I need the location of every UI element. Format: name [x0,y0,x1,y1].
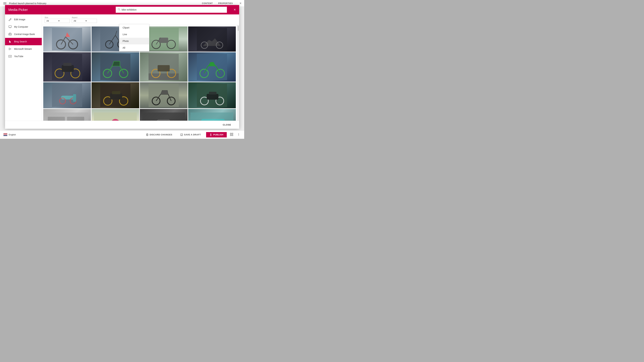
scrollbar[interactable] [237,25,239,121]
monitor-icon [8,25,12,28]
image-tile[interactable] [140,109,188,121]
more-icon [237,133,240,136]
sidebar-item-central-image-bank[interactable]: Central Image Bank [5,30,42,38]
svg-rect-73 [232,135,233,136]
hamburger-menu[interactable] [3,2,7,5]
search-input[interactable] [122,8,225,11]
svg-rect-5 [9,33,12,35]
svg-rect-26 [62,65,74,72]
media-picker-modal: Media Picker × [5,5,239,129]
image-tile[interactable] [188,109,236,121]
sidebar-item-label: My Computer [14,25,28,28]
svg-point-76 [238,135,239,136]
dropdown-item-photo[interactable]: Photo [119,38,149,44]
bottom-actions: DISCARD CHANGES SAVE A DRAFT PUBLISH [143,132,241,137]
publish-button[interactable]: PUBLISH [206,132,227,137]
size-filter-label: Size [44,16,70,18]
svg-marker-7 [9,48,11,50]
discard-label: DISCARD CHANGES [150,133,172,136]
publish-label: PUBLISH [213,133,224,136]
sidebar-item-label: Bing Search [14,40,27,43]
image-tile[interactable] [92,82,139,108]
svg-rect-71 [232,133,233,134]
image-tile[interactable] [140,82,188,108]
svg-rect-48 [112,91,120,94]
svg-point-0 [118,8,120,10]
tab-properties[interactable]: PROPERTIES [218,2,233,4]
stream-icon [8,47,12,51]
grid-view-button[interactable] [230,132,234,137]
bing-icon [8,40,12,43]
tab-content[interactable]: CONTENT [202,2,213,4]
image-tile[interactable] [92,109,139,121]
save-draft-button[interactable]: SAVE A DRAFT [178,132,204,137]
image-tile[interactable] [43,52,91,82]
filters-bar: Size All ▼ Aspect All ▼ [42,14,239,25]
size-chevron-icon: ▼ [58,19,68,22]
aspect-filter-value: All [74,19,84,22]
language-section: English [3,133,16,136]
sidebar-item-youtube[interactable]: YouTube [5,53,42,60]
draft-icon [180,133,183,136]
sidebar-item-label: YouTube [14,55,23,58]
aspect-chevron-icon: ▼ [85,19,95,22]
modal-inner: Edit Image My Computer [5,14,239,129]
search-icon [118,8,120,11]
svg-rect-2 [9,26,12,27]
svg-rect-43 [73,94,76,102]
discard-icon [146,133,148,136]
search-bar-wrapper [116,7,227,13]
image-tile[interactable] [188,52,236,82]
svg-rect-39 [52,84,82,107]
sidebar-item-label: Microsoft Stream [14,48,32,50]
modal-header: Media Picker × [5,5,239,14]
modal-footer: CLOSE [5,121,239,129]
dropdown-item-line[interactable]: Line [119,31,149,38]
page-title: Product launch planned to February [9,2,202,5]
image-tile[interactable] [43,26,91,52]
sidebar-item-my-computer[interactable]: My Computer [5,23,42,30]
discard-changes-button[interactable]: DISCARD CHANGES [143,132,175,137]
youtube-icon [8,55,12,58]
sidebar-item-edit-image[interactable]: Edit Image [5,16,42,23]
content-area: Edit Image My Computer [5,14,239,121]
main-content: Size All ▼ Aspect All ▼ [42,14,239,121]
svg-rect-47 [110,93,122,99]
aspect-filter-label: Aspect [72,16,97,18]
dropdown-item-clipart[interactable]: Clipart [119,24,149,31]
size-filter-value: All [46,19,56,22]
image-tile[interactable] [188,82,236,108]
sidebar-item-microsoft-stream[interactable]: Microsoft Stream [5,45,42,53]
more-options-button[interactable] [236,132,241,137]
svg-rect-58 [48,117,65,121]
size-filter-group: Size All ▼ [44,16,70,23]
close-modal-button[interactable]: CLOSE [219,122,234,127]
svg-rect-70 [230,133,231,134]
page-close-icon[interactable]: × [240,1,242,5]
svg-rect-66 [201,119,225,121]
edit-icon [8,18,12,21]
svg-rect-72 [230,135,231,136]
svg-marker-9 [10,56,11,57]
modal-title: Media Picker [8,8,116,12]
svg-rect-69 [180,134,183,136]
svg-point-74 [238,133,239,134]
svg-rect-56 [209,92,216,94]
image-tile[interactable] [140,52,188,82]
image-tile[interactable] [188,26,236,52]
sidebar: Edit Image My Computer [5,14,42,121]
modal-close-button[interactable]: × [234,7,236,12]
aspect-filter-select[interactable]: All ▼ [72,19,97,23]
svg-rect-35 [158,65,170,71]
sidebar-item-bing-search[interactable]: Bing Search [5,38,42,45]
language-label: English [9,133,16,136]
size-filter-select[interactable]: All ▼ [44,19,70,23]
svg-rect-62 [142,112,185,121]
image-tile[interactable] [43,82,91,108]
dropdown-item-all[interactable]: All [119,44,149,51]
svg-rect-59 [67,117,84,121]
svg-point-75 [238,134,239,135]
publish-icon [210,133,212,136]
image-tile[interactable] [43,109,91,121]
image-tile[interactable] [92,52,139,82]
